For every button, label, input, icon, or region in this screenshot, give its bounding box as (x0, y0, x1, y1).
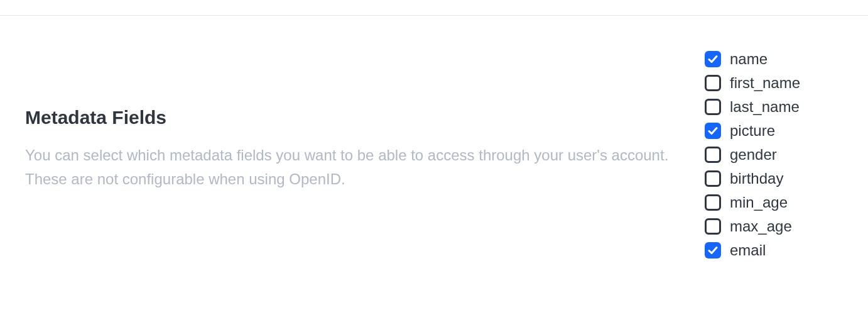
checkbox-row-max_age[interactable]: max_age (705, 218, 843, 235)
checkbox-label: name (730, 50, 768, 68)
checkbox-row-picture[interactable]: picture (705, 122, 843, 140)
checkbox-label: birthday (730, 170, 783, 187)
checkbox-last_name[interactable] (705, 99, 721, 115)
checkbox-label: last_name (730, 98, 800, 116)
checkbox-label: email (730, 242, 766, 259)
section-description: You can select which metadata fields you… (25, 143, 680, 192)
checkbox-birthday[interactable] (705, 170, 721, 187)
metadata-fields-section: Metadata Fields You can select which met… (0, 0, 868, 291)
checkbox-min_age[interactable] (705, 194, 721, 211)
checkbox-label: min_age (730, 194, 788, 211)
checkbox-list: namefirst_namelast_namepicturegenderbirt… (705, 50, 843, 265)
checkbox-email[interactable] (705, 242, 721, 259)
checkbox-label: picture (730, 122, 775, 140)
divider (0, 15, 868, 16)
checkbox-gender[interactable] (705, 147, 721, 163)
checkbox-label: gender (730, 146, 777, 164)
checkbox-row-birthday[interactable]: birthday (705, 170, 843, 187)
checkbox-row-min_age[interactable]: min_age (705, 194, 843, 211)
checkbox-row-gender[interactable]: gender (705, 146, 843, 164)
checkbox-max_age[interactable] (705, 218, 721, 235)
checkbox-row-last_name[interactable]: last_name (705, 98, 843, 116)
checkbox-name[interactable] (705, 51, 721, 67)
checkbox-first_name[interactable] (705, 75, 721, 91)
checkbox-picture[interactable] (705, 123, 721, 139)
checkbox-row-email[interactable]: email (705, 242, 843, 259)
checkbox-label: max_age (730, 218, 792, 235)
checkbox-row-first_name[interactable]: first_name (705, 74, 843, 92)
section-title: Metadata Fields (25, 107, 680, 128)
section-info: Metadata Fields You can select which met… (25, 50, 705, 192)
checkbox-label: first_name (730, 74, 800, 92)
checkbox-row-name[interactable]: name (705, 50, 843, 68)
